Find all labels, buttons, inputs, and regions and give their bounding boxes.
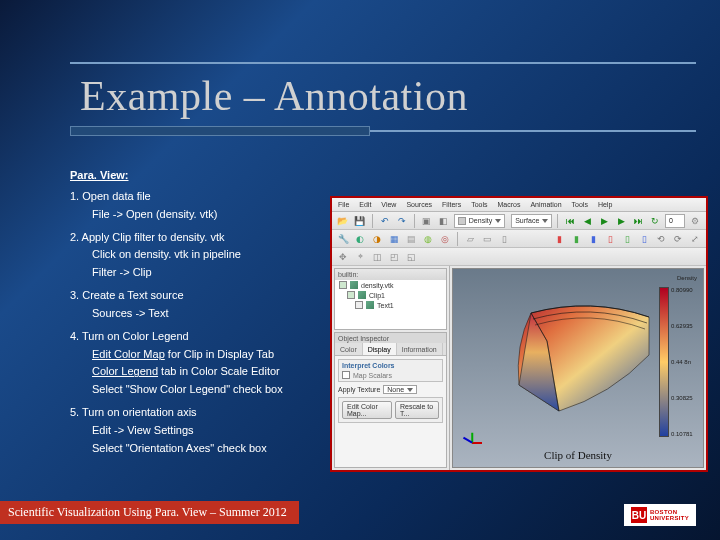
instruction-step: 3. Create a Text sourceSources -> Text [70,288,350,321]
menu-item: Tools [471,201,487,208]
legend-tick: 0.10781 [671,431,699,437]
logo-initials: BU [631,507,647,523]
separator-icon [372,214,373,228]
select-value: None [387,386,404,393]
legend-tick: 0.62935 [671,323,699,329]
step-substep: Click on density. vtk in pipeline [92,247,350,262]
toolbar-row-1: 📂 💾 ↶ ↷ ▣ ◧ Density Surface ⏮ ◀ ▶ ▶ ⏭ ↻ … [332,212,706,230]
underlined-term: Edit Color Map [92,348,165,360]
chevron-down-icon [542,219,548,223]
title-rule-thin [370,130,696,136]
save-icon: 💾 [353,214,367,228]
underlined-term: Color Legend [92,365,158,377]
step-line: 3. Create a Text source [70,288,350,303]
toolbar-row-2: 🔧 ◐ ◑ ▦ ▤ ◍ ◎ ▱ ▭ ▯ ▮ ▮ ▮ ▯ ▯ ▯ ⟲ ⟳ ⤢ [332,230,706,248]
axis-icon: ▯ [637,232,651,246]
paraview-body: builtin: density.vtkClip1Text1 Object In… [332,266,706,470]
step-substep: File -> Open (density. vtk) [92,207,350,222]
instruction-step: 2. Apply Clip filter to density. vtkClic… [70,230,350,281]
filter-icon: ▦ [387,232,401,246]
step-substep: Sources -> Text [92,306,350,321]
nav-icon: ▣ [420,214,434,228]
axis-icon: ▮ [552,232,566,246]
repr-combo-label: Surface [515,217,539,224]
settings-icon: ⚙ [688,214,702,228]
pipeline-item-label: Clip1 [369,292,385,299]
select-icon: ⌖ [353,250,367,264]
legend-tick: 0.30825 [671,395,699,401]
menu-item: Edit [359,201,371,208]
instruction-step: 5. Turn on orientation axisEdit -> View … [70,405,350,456]
object-inspector: Object Inspector ColorDisplayInformation… [334,332,447,468]
render-view: Density 0.809900.629350.44 8n0.308250.10… [452,268,704,468]
axis-icon: ▯ [620,232,634,246]
menu-item: Macros [497,201,520,208]
edit-colormap-button: Edit Color Map... [342,401,392,419]
play-first-icon: ⏮ [563,214,577,228]
step-substep: Color Legend tab in Color Scale Editor [92,364,350,379]
step-line: 1. Open data file [70,189,350,204]
title-block: Example – Annotation [70,62,696,136]
step-line: 4. Turn on Color Legend [70,329,350,344]
filter-icon: ◑ [370,232,384,246]
rotate-icon: ⟲ [654,232,668,246]
play-next-icon: ▶ [614,214,628,228]
menu-item: Tools [572,201,588,208]
checkbox-label: Map Scalars [353,372,392,379]
pipeline-item-label: density.vtk [361,282,394,289]
logo-line2: UNIVERSITY [650,515,689,521]
paraview-screenshot: FileEditViewSourcesFiltersToolsMacrosAni… [330,196,708,472]
filter-icon: ▭ [480,232,494,246]
menu-item: File [338,201,349,208]
axis-icon: ▯ [603,232,617,246]
axis-icon: ▮ [586,232,600,246]
scalar-combo-label: Density [469,217,492,224]
menu-item: Animation [530,201,561,208]
instructions-content: Para. View: 1. Open data fileFile -> Ope… [70,168,350,464]
geometry [501,295,661,445]
separator-icon [414,214,415,228]
visibility-icon [355,301,363,309]
separator-icon [457,232,458,246]
title-rule-top [70,62,696,64]
map-scalars-checkbox: Map Scalars [342,371,439,379]
filter-icon: ▯ [497,232,511,246]
toolbar-row-3: ✥ ⌖ ◫ ◰ ◱ [332,248,706,266]
title-rule-thick [70,126,370,136]
loop-icon: ↻ [648,214,662,228]
select-icon: ◱ [404,250,418,264]
visibility-icon [347,291,355,299]
instruction-step: 1. Open data fileFile -> Open (density. … [70,189,350,222]
scalar-combo: Density [454,214,505,228]
axis-icon: ▮ [569,232,583,246]
color-legend: 0.809900.629350.44 8n0.308250.10781 [659,287,699,437]
legend-ticks: 0.809900.629350.44 8n0.308250.10781 [669,287,699,437]
bu-logo: BU BOSTON UNIVERSITY [624,504,696,526]
legend-tick: 0.44 8n [671,359,699,365]
step-substep: Edit Color Map for Clip in Display Tab [92,347,350,362]
chevron-down-icon [407,388,413,392]
open-icon: 📂 [336,214,350,228]
play-prev-icon: ◀ [580,214,594,228]
undo-icon: ↶ [378,214,392,228]
inspector-tabs: ColorDisplayInformation [335,343,446,356]
pipeline-item: density.vtk [335,280,446,290]
step-substep: Edit -> View Settings [92,423,350,438]
play-icon: ▶ [597,214,611,228]
apply-texture-row: Apply Texture None [338,385,443,394]
legend-title: Density [677,275,697,281]
source-icon [358,291,366,299]
axis-x-icon [472,442,482,444]
step-substep: Filter -> Clip [92,265,350,280]
filter-icon: ▱ [463,232,477,246]
footer-bar: Scientific Visualization Using Para. Vie… [0,501,299,524]
step-substep: Select "Orientation Axes" check box [92,441,350,456]
menu-item: View [381,201,396,208]
instruction-step: 4. Turn on Color LegendEdit Color Map fo… [70,329,350,397]
rotate-icon: ⟳ [671,232,685,246]
menu-bar: FileEditViewSourcesFiltersToolsMacrosAni… [332,198,706,212]
interpret-colors-group: Interpret Colors Map Scalars [338,359,443,382]
inspector-tab: Display [363,343,397,355]
filter-icon: ◍ [421,232,435,246]
source-icon [350,281,358,289]
